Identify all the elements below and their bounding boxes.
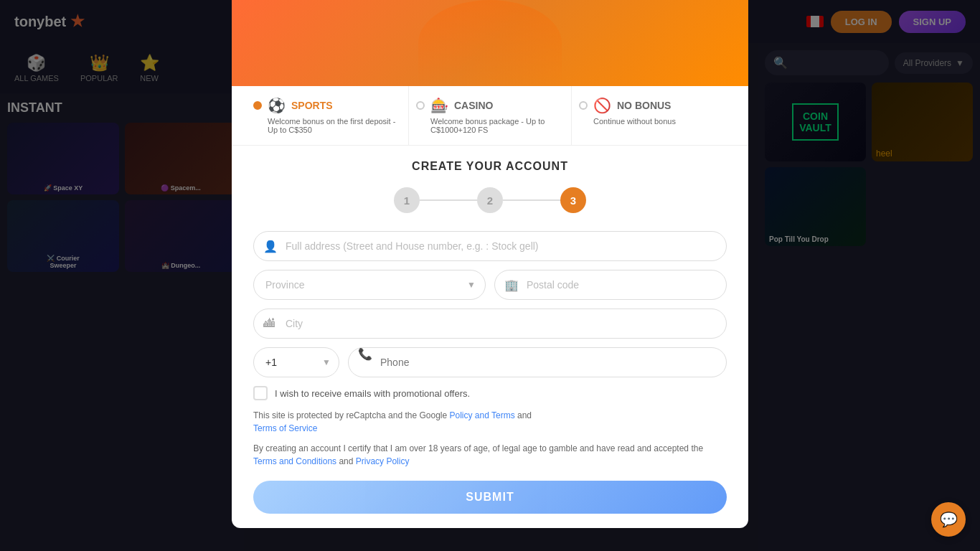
legal-text-1: This site is protected by reCaptcha and …	[253, 409, 727, 435]
terms-of-service-link[interactable]: Terms of Service	[253, 423, 317, 433]
form-title: CREATE YOUR ACCOUNT	[253, 160, 727, 173]
city-input[interactable]	[253, 309, 727, 339]
postal-input[interactable]	[494, 270, 727, 300]
privacy-policy-link[interactable]: Privacy Policy	[356, 456, 410, 466]
no-bonus-icon: 🚫	[593, 97, 611, 114]
step-3: 3	[560, 187, 586, 213]
step-1: 1	[394, 187, 420, 213]
chat-button[interactable]: 💬	[931, 502, 966, 537]
province-select[interactable]: Province	[253, 270, 486, 300]
submit-button[interactable]: SUBMIT	[253, 481, 727, 514]
promo-checkbox[interactable]	[253, 386, 268, 400]
sports-desc: Welcome bonus on the first deposit - Up …	[268, 117, 401, 134]
phone-input[interactable]	[348, 347, 727, 377]
bonus-tab-casino[interactable]: 🎰 CASINO Welcome bonus package - Up to C…	[409, 86, 572, 145]
step-line-2	[503, 199, 560, 201]
casino-tab-header: 🎰 CASINO	[416, 97, 564, 114]
step-line-1	[420, 199, 477, 201]
phone-row: +1 ▼ 📞	[253, 347, 727, 377]
chat-icon: 💬	[940, 511, 958, 528]
postal-wrap: 🏢	[494, 270, 727, 300]
phone-icon: 📞	[358, 347, 372, 361]
city-icon: 🏙	[263, 317, 275, 330]
legal-1a: This site is protected by reCaptcha and …	[253, 410, 450, 420]
no-bonus-dot	[579, 101, 588, 110]
bonus-tab-no-bonus[interactable]: 🚫 NO BONUS Continue without bonus	[572, 86, 734, 145]
sports-title: SPORTS	[291, 100, 333, 111]
sports-tab-header: ⚽ SPORTS	[253, 97, 401, 114]
address-input[interactable]	[253, 231, 727, 261]
casino-desc: Welcome bonus package - Up to C$1000+120…	[430, 117, 564, 134]
banner-figure	[418, 0, 562, 86]
legal-1c: and	[515, 410, 532, 420]
promo-checkbox-label: I wish to receive emails with promotiona…	[275, 388, 470, 399]
sports-icon: ⚽	[268, 97, 286, 114]
city-group: 🏙	[253, 309, 727, 339]
address-icon: 👤	[263, 240, 278, 253]
terms-conditions-link[interactable]: Terms and Conditions	[253, 456, 336, 466]
address-wrap: 👤	[253, 231, 727, 261]
phone-code-select[interactable]: +1	[253, 347, 339, 377]
policy-terms-link[interactable]: Policy and Terms	[450, 410, 515, 420]
legal-text-2: By creating an account I certify that I …	[253, 442, 727, 468]
promo-checkbox-row: I wish to receive emails with promotiona…	[253, 386, 727, 400]
phone-code-wrap: +1 ▼	[253, 347, 339, 377]
no-bonus-tab-header: 🚫 NO BONUS	[579, 97, 727, 114]
no-bonus-title: NO BONUS	[617, 100, 671, 111]
registration-modal: ⚽ SPORTS Welcome bonus on the first depo…	[232, 0, 748, 528]
province-select-wrap: Province ▼	[253, 270, 486, 300]
step-2: 2	[477, 187, 503, 213]
form-area: CREATE YOUR ACCOUNT 1 2 3 👤 Province ▼	[232, 146, 748, 528]
bonus-tab-sports[interactable]: ⚽ SPORTS Welcome bonus on the first depo…	[246, 86, 409, 145]
no-bonus-desc: Continue without bonus	[593, 117, 727, 126]
casino-dot	[416, 101, 425, 110]
casino-title: CASINO	[454, 100, 493, 111]
province-postal-row: Province ▼ 🏢	[253, 270, 727, 300]
casino-icon: 🎰	[430, 97, 448, 114]
city-wrap: 🏙	[253, 309, 727, 339]
legal-2c: and	[336, 456, 356, 466]
legal-2a: By creating an account I certify that I …	[253, 443, 703, 453]
steps-indicator: 1 2 3	[253, 187, 727, 213]
address-group: 👤	[253, 231, 727, 261]
phone-input-wrap: 📞	[348, 347, 727, 377]
bonus-tabs: ⚽ SPORTS Welcome bonus on the first depo…	[232, 86, 748, 146]
sports-dot	[253, 101, 262, 110]
modal-banner	[232, 0, 748, 86]
postal-icon: 🏢	[504, 278, 519, 292]
